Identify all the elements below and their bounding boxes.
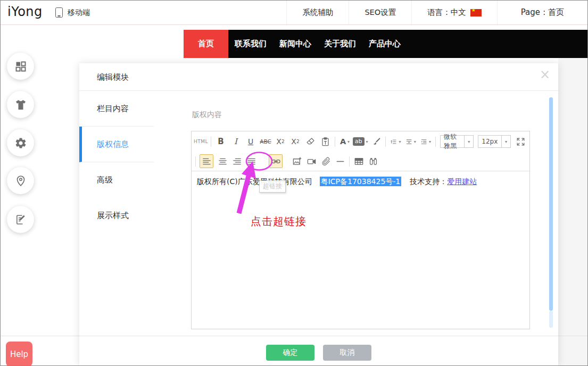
fullscreen-icon bbox=[516, 137, 526, 147]
modal-scrollbar-track bbox=[549, 311, 553, 328]
sidebar-settings-button[interactable] bbox=[7, 129, 34, 156]
page-background bbox=[558, 58, 587, 365]
align-left-icon bbox=[202, 156, 212, 167]
underline-button[interactable]: U bbox=[245, 135, 256, 148]
toolbar-separator bbox=[349, 156, 350, 167]
paragraph-spacing-button[interactable]: ▾ bbox=[405, 135, 416, 148]
font-size-select[interactable]: 12px ▾ bbox=[478, 135, 511, 148]
insert-table-button[interactable] bbox=[353, 154, 364, 168]
align-left-button[interactable] bbox=[200, 154, 213, 168]
paperclip-icon bbox=[321, 156, 331, 167]
strikethrough-button[interactable]: ABC bbox=[260, 135, 271, 148]
fullscreen-button[interactable] bbox=[515, 135, 526, 148]
indent-icon bbox=[420, 137, 427, 147]
menu-item-advanced[interactable]: 高级 bbox=[79, 162, 154, 198]
nav-item-products[interactable]: 产品中心 bbox=[362, 30, 407, 58]
insert-video-button[interactable] bbox=[306, 154, 317, 168]
confirm-button[interactable]: 确定 bbox=[266, 345, 314, 361]
chevron-down-icon: ▾ bbox=[429, 139, 431, 144]
toolbar-separator bbox=[211, 137, 211, 147]
insert-image-button[interactable] bbox=[292, 154, 302, 168]
language-label: 语言：中文 bbox=[427, 7, 466, 18]
phone-icon bbox=[55, 7, 63, 18]
modal-menu: 栏目内容 版权信息 高级 展示样式 bbox=[79, 91, 154, 234]
toolbar-separator bbox=[195, 156, 196, 167]
modal-header: 编辑模块 × bbox=[79, 63, 558, 91]
nav-item-contact[interactable]: 联系我们 bbox=[228, 30, 273, 58]
system-help-menu[interactable]: 系统辅助 bbox=[286, 1, 349, 24]
sidebar-theme-button[interactable] bbox=[7, 91, 34, 118]
menu-item-column-content[interactable]: 栏目内容 bbox=[79, 91, 154, 127]
hyperlink-button[interactable] bbox=[269, 154, 283, 168]
sidebar-edit-button[interactable] bbox=[7, 206, 34, 233]
subscript-button[interactable]: X2 bbox=[290, 135, 301, 148]
mobile-toggle[interactable]: 移动端 bbox=[55, 1, 90, 24]
support-link[interactable]: 爱用建站 bbox=[447, 177, 477, 186]
toolbar-separator bbox=[435, 137, 436, 147]
modal-title: 编辑模块 bbox=[97, 63, 129, 91]
edit-note-icon bbox=[14, 213, 27, 226]
format-eraser-button[interactable] bbox=[305, 135, 316, 148]
menu-item-display-style[interactable]: 展示样式 bbox=[79, 198, 154, 234]
chevron-down-icon: ▾ bbox=[366, 139, 368, 144]
eraser-icon bbox=[305, 137, 316, 147]
topbar: iYong 移动端 系统辅助 SEO设置 语言：中文 Page：首页 bbox=[1, 1, 587, 25]
horizontal-rule-button[interactable] bbox=[335, 154, 345, 168]
justify-icon bbox=[246, 156, 256, 167]
annotation-label: 点击超链接 bbox=[251, 214, 307, 229]
attachment-button[interactable] bbox=[320, 154, 331, 168]
horizontal-rule-icon bbox=[335, 156, 345, 167]
nav-item-home[interactable]: 首页 bbox=[184, 30, 228, 58]
video-camera-icon bbox=[307, 156, 317, 167]
chevron-down-icon: ▾ bbox=[464, 136, 473, 147]
hyperlink-tooltip: 超链接 bbox=[259, 180, 286, 193]
background-color-button[interactable]: ab▾ bbox=[354, 135, 366, 148]
app-logo: iYong bbox=[7, 4, 43, 19]
sidebar-modules-button[interactable] bbox=[7, 53, 34, 80]
format-painter-button[interactable] bbox=[370, 135, 381, 148]
line-height-button[interactable]: ▾ bbox=[390, 135, 401, 148]
menu-item-copyright-info[interactable]: 版权信息 bbox=[79, 127, 154, 162]
site-navbar: 首页 联系我们 新闻中心 关于我们 产品中心 bbox=[184, 30, 587, 58]
sidebar-location-button[interactable] bbox=[7, 167, 34, 194]
chevron-down-icon: ▾ bbox=[501, 136, 510, 147]
page-selector[interactable]: Page：首页 bbox=[497, 1, 587, 24]
nav-item-news[interactable]: 新闻中心 bbox=[273, 30, 318, 58]
modules-grid-icon bbox=[14, 60, 27, 73]
editor-content[interactable]: 版权所有(C)广东爱用科技有限公司粤ICP备17038425号-1技术支持：爱用… bbox=[192, 171, 529, 192]
align-right-button[interactable] bbox=[231, 154, 242, 168]
editor-toolbar-row2 bbox=[192, 152, 529, 171]
indent-button[interactable]: ▾ bbox=[420, 135, 431, 148]
align-center-icon bbox=[218, 156, 228, 167]
italic-button[interactable]: I bbox=[230, 135, 241, 148]
cancel-button[interactable]: 取消 bbox=[323, 345, 371, 361]
paste-button[interactable] bbox=[320, 135, 330, 148]
clipboard-icon bbox=[320, 137, 330, 147]
support-label: 技术支持： bbox=[410, 177, 447, 186]
bold-button[interactable]: B bbox=[216, 135, 226, 148]
font-color-button[interactable]: A▾ bbox=[339, 135, 350, 148]
align-center-button[interactable] bbox=[217, 154, 228, 168]
toolbar-separator bbox=[385, 137, 386, 147]
html-source-button[interactable]: HTML bbox=[195, 135, 206, 148]
chevron-down-icon: ▾ bbox=[414, 139, 416, 144]
line-height-icon bbox=[390, 137, 397, 147]
chevron-down-icon: ▾ bbox=[347, 139, 350, 144]
seo-settings-menu[interactable]: SEO设置 bbox=[349, 1, 411, 24]
close-icon[interactable]: × bbox=[540, 68, 550, 81]
justify-button[interactable] bbox=[246, 154, 256, 168]
help-button[interactable]: Help bbox=[6, 342, 32, 366]
nav-item-about[interactable]: 关于我们 bbox=[318, 30, 362, 58]
binoculars-icon bbox=[368, 156, 378, 167]
superscript-button[interactable]: X2 bbox=[275, 135, 286, 148]
font-family-select[interactable]: 微软雅黑 ▾ bbox=[440, 135, 474, 148]
find-replace-button[interactable] bbox=[368, 154, 378, 168]
copyright-text: 版权所有(C)广东爱用科技有限公司 bbox=[197, 177, 312, 186]
mobile-label: 移动端 bbox=[68, 8, 90, 18]
align-right-icon bbox=[232, 156, 242, 167]
selected-text: 粤ICP备17038425号-1 bbox=[320, 177, 402, 186]
modal-scrollbar-thumb[interactable] bbox=[549, 97, 553, 311]
china-flag-icon bbox=[470, 9, 482, 16]
language-menu[interactable]: 语言：中文 bbox=[411, 1, 497, 24]
gear-icon bbox=[14, 137, 27, 149]
